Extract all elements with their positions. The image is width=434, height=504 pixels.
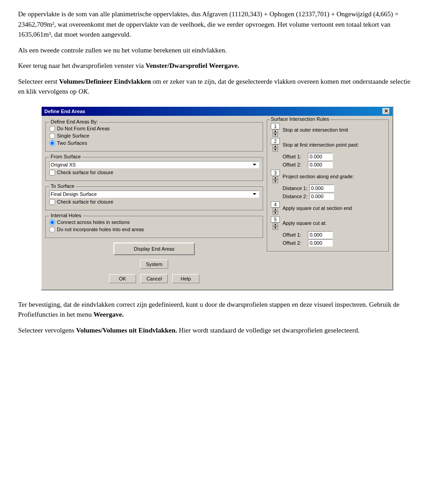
radio-single-surface-label: Single Surface — [57, 133, 90, 138]
from-surface-group: From Surface Original XS Check surface f… — [45, 157, 263, 181]
rule3-dist2-input[interactable]: 0.000 — [309, 193, 334, 200]
paragraph-3: Keer terug naar het dwarsprofielen venst… — [18, 61, 416, 71]
rule5-spin-up[interactable]: ▲ — [273, 223, 278, 226]
internal-holes-group: Internal Holes Connect across holes in s… — [45, 216, 263, 238]
rule4-text: Apply square cut at section end — [283, 205, 352, 211]
internal-holes-label: Internal Holes — [49, 213, 83, 218]
from-check-row: Check surface for closure — [49, 170, 259, 176]
rule3-spin-down[interactable]: ▼ — [273, 180, 278, 183]
rule3-dist2-label: Distance 2: — [283, 194, 307, 199]
define-end-areas-dialog: Define End Areas ✕ Define End Areas By: … — [41, 106, 393, 290]
ok-button[interactable]: OK — [109, 274, 136, 283]
to-check-closure[interactable] — [49, 199, 55, 205]
rule3-spinner: ▲ ▼ — [273, 176, 278, 183]
radio-no-end-areas-label: Do Not Form End Areas — [57, 126, 110, 131]
define-by-label: Define End Areas By: — [49, 119, 99, 124]
rule3-row: 3 ▲ ▼ Project section along end grade: — [270, 170, 386, 183]
hole-radio1-row: Connect across holes in sections — [49, 219, 259, 225]
system-btn-row: System — [45, 260, 263, 269]
rule2-num-box: 2 ▲ ▼ — [270, 138, 281, 152]
rule2-num: 2 — [271, 138, 280, 144]
rule3-spin-up[interactable]: ▲ — [273, 176, 278, 180]
rule4-spin-up[interactable]: ▲ — [273, 208, 278, 211]
rule3-dist1-input[interactable]: 0.000 — [309, 185, 334, 192]
rule1-row: 1 ▲ ▼ Stop at outer intersection limit — [270, 123, 386, 137]
hole-radio1-label: Connect across holes in sections — [57, 219, 130, 225]
radio-two-surfaces-row: Two Surfaces — [49, 140, 259, 146]
from-surface-select[interactable]: Original XS — [49, 161, 259, 168]
rule2-offset1-input[interactable]: 0.000 — [308, 153, 333, 160]
rule4-num-box: 4 ▲ ▼ — [270, 201, 281, 215]
paragraph-2: Als een tweede controle zullen we nu het… — [18, 45, 416, 56]
display-end-areas-row: Display End Areas — [45, 242, 263, 255]
rule5-offset1-row: Offset 1: 0.000 — [283, 231, 386, 238]
rule2-spinner: ▲ ▼ — [273, 144, 278, 152]
rule1-num-box: 1 ▲ ▼ — [270, 123, 281, 137]
system-button[interactable]: System — [140, 260, 169, 269]
radio-no-end-areas[interactable] — [49, 126, 55, 132]
display-end-areas-button[interactable]: Display End Areas — [113, 242, 195, 255]
bottom-buttons-row: OK Cancel Help — [45, 271, 263, 286]
dialog-titlebar: Define End Areas ✕ — [42, 107, 392, 116]
rule3-text: Project section along end grade: — [283, 174, 354, 179]
rule5-spin-down[interactable]: ▼ — [273, 226, 278, 230]
rule5-offset1-input[interactable]: 0.000 — [308, 231, 333, 238]
paragraph-4: Selecteer eerst Volumes/Definieer Eindvl… — [18, 76, 416, 97]
rule2-row: 2 ▲ ▼ Stop at first intersection point p… — [270, 138, 386, 152]
paragraph-1: De oppervlakte is de som van alle planim… — [18, 9, 416, 40]
hole-radio2-row: Do not incorporate holes into end areas — [49, 227, 259, 233]
rule3-dist1-label: Distance 1: — [283, 185, 307, 191]
to-check-label: Check surface for closure — [57, 199, 113, 204]
rule3-num: 3 — [271, 170, 280, 176]
rule5-offset2-label: Offset 2: — [283, 240, 306, 246]
rule4-spin-down[interactable]: ▼ — [273, 211, 278, 215]
hole-radio2-label: Do not incorporate holes into end areas — [57, 227, 144, 232]
cancel-button[interactable]: Cancel — [141, 274, 168, 283]
rule2-offset1-label: Offset 1: — [283, 154, 306, 159]
rule2-offset2-input[interactable]: 0.000 — [308, 161, 333, 168]
rule5-row: 5 ▲ ▼ Apply square cut at: — [270, 216, 386, 230]
rule2-offset1-row: Offset 1: 0.000 — [283, 153, 386, 160]
rule5-num-box: 5 ▲ ▼ — [270, 216, 281, 230]
rule2-offset2-row: Offset 2: 0.000 — [283, 161, 386, 168]
rule1-spin-down[interactable]: ▼ — [273, 133, 278, 137]
radio-single-surface-row: Single Surface — [49, 133, 259, 139]
rule5-offset1-label: Offset 1: — [283, 232, 306, 238]
rule1-num: 1 — [271, 123, 280, 129]
from-check-label: Check surface for closure — [57, 170, 113, 175]
rule1-spin-up[interactable]: ▲ — [273, 129, 278, 133]
rule5-text: Apply square cut at: — [283, 220, 326, 226]
rule5-offset2-row: Offset 2: 0.000 — [283, 239, 386, 247]
radio-two-surfaces[interactable] — [49, 140, 55, 146]
from-surface-label: From Surface — [49, 154, 82, 159]
rule4-num: 4 — [271, 201, 280, 208]
rule2-spin-down[interactable]: ▼ — [273, 148, 278, 152]
radio-no-end-areas-row: Do Not Form End Areas — [49, 126, 259, 132]
hole-radio-no-incorporate[interactable] — [49, 227, 55, 233]
radio-two-surfaces-label: Two Surfaces — [57, 140, 87, 146]
rule4-row: 4 ▲ ▼ Apply square cut at section end — [270, 201, 386, 215]
rule4-spinner: ▲ ▼ — [273, 208, 278, 215]
to-surface-label: To Surface — [49, 183, 76, 189]
sir-group-label: Surface Intersection Rules — [270, 116, 330, 122]
rule2-text: Stop at first intersection point past: — [283, 142, 359, 147]
rule2-offset2-label: Offset 2: — [283, 162, 306, 167]
from-check-closure[interactable] — [49, 170, 55, 176]
sir-group: Surface Intersection Rules 1 ▲ ▼ Stop at… — [267, 119, 389, 252]
rule2-spin-up[interactable]: ▲ — [273, 144, 278, 148]
define-by-group: Define End Areas By: Do Not Form End Are… — [45, 122, 263, 152]
rule5-offset2-input[interactable]: 0.000 — [308, 239, 333, 247]
dialog-wrapper: Define End Areas ✕ Define End Areas By: … — [18, 106, 416, 290]
close-button[interactable]: ✕ — [382, 108, 390, 114]
rule5-spinner: ▲ ▼ — [273, 223, 278, 230]
rule1-spinner: ▲ ▼ — [273, 129, 278, 137]
radio-single-surface[interactable] — [49, 133, 55, 139]
hole-radio-connect[interactable] — [49, 219, 55, 225]
rule3-num-box: 3 ▲ ▼ — [270, 170, 281, 183]
rule5-num: 5 — [271, 216, 280, 223]
dialog-left-panel: Define End Areas By: Do Not Form End Are… — [45, 119, 263, 286]
to-surface-group: To Surface Final Design Surface Check su… — [45, 186, 263, 210]
to-surface-select[interactable]: Final Design Surface — [49, 190, 259, 198]
help-button[interactable]: Help — [172, 274, 199, 283]
rule3-dist2-row: Distance 2: 0.000 — [283, 193, 386, 200]
